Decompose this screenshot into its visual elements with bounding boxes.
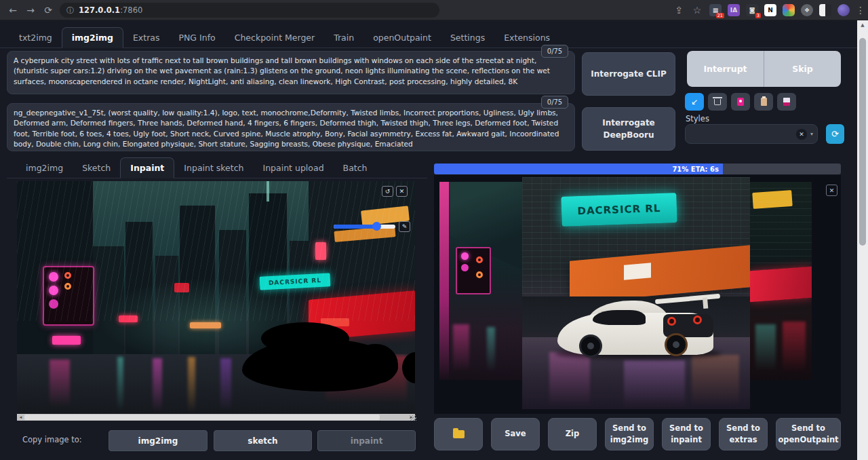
reload-icon[interactable]: ⟳	[39, 5, 57, 16]
interrogate-clip-button[interactable]: Interrogate CLIP	[582, 52, 675, 96]
site-info-icon[interactable]: ⓘ	[66, 5, 74, 16]
reflection	[153, 358, 162, 413]
copy-to-sketch-button[interactable]: sketch	[214, 430, 312, 451]
extension-ia-icon[interactable]: IA	[728, 4, 740, 16]
back-icon[interactable]: ←	[4, 5, 22, 16]
share-icon[interactable]: ⇪	[673, 5, 685, 16]
browser-menu-icon[interactable]: ⋮	[856, 5, 864, 16]
extension-colorwheel-icon[interactable]	[783, 4, 795, 16]
apply-style-button[interactable]	[754, 93, 773, 111]
slider-knob[interactable]	[372, 222, 381, 231]
send-to-img2img-button[interactable]: Send to img2img	[605, 418, 654, 451]
subtab-inpaint[interactable]: Inpaint	[120, 157, 174, 178]
gallery-image-main[interactable]: DACRSICR RL	[522, 177, 750, 409]
extra-networks-button[interactable]	[731, 93, 750, 111]
interrogate-deepbooru-button[interactable]: Interrogate DeepBooru	[582, 107, 675, 151]
close-gallery-icon[interactable]: ✕	[826, 185, 837, 196]
mask-stroke	[356, 344, 398, 383]
canvas-horizontal-scrollbar[interactable]: ◂ ▸	[17, 414, 415, 421]
refresh-styles-button[interactable]: ⟳	[826, 124, 844, 144]
clear-image-icon[interactable]: ✕	[396, 186, 408, 197]
webui-page: txt2img img2img Extras PNG Info Checkpoi…	[0, 20, 868, 460]
reflection	[117, 357, 123, 411]
extension-capture-icon[interactable]: ◙3	[746, 4, 758, 16]
clear-prompt-button[interactable]	[708, 93, 727, 111]
bookmark-star-icon[interactable]: ☆	[691, 5, 703, 16]
page-scrollbar-thumb[interactable]	[859, 38, 866, 246]
brush-size-slider[interactable]	[334, 225, 395, 229]
undo-icon[interactable]: ↺	[382, 186, 393, 197]
forward-icon[interactable]: →	[22, 5, 39, 16]
tab-settings[interactable]: Settings	[441, 28, 494, 47]
gallery-image-left[interactable]	[439, 182, 522, 380]
reflection	[453, 324, 469, 372]
white-sign	[624, 263, 651, 280]
prompt-textarea[interactable]: A cyberpunk city street with lots of tra…	[7, 51, 575, 94]
reflection	[783, 322, 806, 373]
subtab-img2img[interactable]: img2img	[16, 158, 73, 178]
clear-styles-icon[interactable]: ✕	[796, 129, 807, 140]
scrollbar-thumb[interactable]	[24, 415, 380, 420]
traffic-dot	[461, 264, 469, 271]
neon-strip	[439, 182, 449, 380]
extension-badge-icon[interactable]: ▦21	[709, 4, 722, 16]
open-folder-button[interactable]	[434, 418, 483, 451]
paste-params-button[interactable]: ↙	[685, 93, 704, 111]
extensions-puzzle-icon[interactable]: ❖	[801, 4, 813, 16]
send-to-inpaint-button[interactable]: Send to inpaint	[662, 418, 711, 451]
darkmode-toggle-icon[interactable]	[819, 4, 831, 16]
interrupt-button[interactable]: Interrupt	[687, 51, 764, 87]
tab-extras[interactable]: Extras	[123, 28, 170, 47]
save-style-button[interactable]	[777, 93, 796, 111]
gallery-image-right[interactable]	[750, 182, 812, 380]
subtab-inpaint-sketch[interactable]: Inpaint sketch	[174, 158, 253, 178]
teal-sign: DACRSICR RL	[561, 193, 677, 227]
app-window: ← → ⟳ ⓘ 127.0.0.1:7860 ⇪ ☆ ▦21 IA ◙3 N ❖…	[0, 0, 868, 460]
clipboard-icon	[761, 98, 767, 106]
browser-actions: ⇪ ☆ ▦21 IA ◙3 N ❖ ⋮	[673, 0, 864, 20]
send-to-extras-button[interactable]: Send to extras	[719, 418, 768, 451]
traffic-light-panel	[456, 247, 491, 294]
reflection	[50, 360, 70, 407]
send-to-openoutpaint-button[interactable]: Send to openOutpaint	[776, 418, 841, 451]
scroll-left-icon[interactable]: ◂	[17, 415, 24, 420]
output-buttons: Save Zip Send to img2img Send to inpaint…	[434, 418, 841, 451]
reflection	[188, 357, 195, 413]
tab-openoutpaint[interactable]: openOutpaint	[363, 28, 441, 47]
prompt-token-counter: 0/75	[541, 45, 568, 58]
traffic-ring	[476, 256, 483, 263]
building-windows	[750, 182, 812, 270]
subtab-sketch[interactable]: Sketch	[73, 158, 120, 178]
paste-arrow-icon: ↙	[691, 97, 698, 107]
scroll-right-icon[interactable]: ▸	[408, 415, 415, 420]
brush-icon[interactable]: ✎	[399, 221, 410, 232]
subtab-inpaint-upload[interactable]: Inpaint upload	[254, 158, 334, 178]
url-text: 127.0.0.1:7860	[79, 5, 142, 15]
styles-dropdown[interactable]: ✕ ▾	[685, 124, 818, 144]
tab-train[interactable]: Train	[324, 28, 363, 47]
car-window	[593, 310, 646, 325]
scroll-up-icon[interactable]: ▲	[857, 20, 868, 30]
copy-to-inpaint-button[interactable]: inpaint	[317, 430, 416, 451]
address-bar[interactable]: ⓘ 127.0.0.1:7860	[60, 3, 439, 18]
save-button[interactable]: Save	[491, 418, 540, 451]
copy-to-img2img-button[interactable]: img2img	[108, 430, 208, 451]
inpaint-canvas-image[interactable]: DACRSICR RL	[17, 181, 415, 414]
progress-fill: 71% ETA: 6s	[434, 164, 723, 174]
browser-toolbar: ← → ⟳ ⓘ 127.0.0.1:7860 ⇪ ☆ ▦21 IA ◙3 N ❖…	[0, 0, 868, 20]
page-scrollbar[interactable]: ▲	[857, 20, 868, 460]
reflection	[220, 358, 231, 411]
tab-txt2img[interactable]: txt2img	[9, 28, 62, 47]
tab-checkpoint-merger[interactable]: Checkpoint Merger	[225, 28, 324, 47]
reflection	[755, 324, 776, 372]
tab-png-info[interactable]: PNG Info	[169, 28, 224, 47]
extension-notion-icon[interactable]: N	[764, 4, 776, 16]
tab-img2img[interactable]: img2img	[62, 27, 123, 48]
skip-button[interactable]: Skip	[764, 51, 841, 87]
subtab-batch[interactable]: Batch	[334, 158, 377, 178]
chevron-down-icon[interactable]: ▾	[810, 131, 813, 137]
negative-prompt-textarea[interactable]: ng_deepnegative_v1_75t, (worst quality, …	[7, 103, 575, 151]
traffic-dot	[461, 252, 469, 260]
zip-button[interactable]: Zip	[548, 418, 597, 451]
profile-avatar[interactable]	[837, 4, 850, 16]
